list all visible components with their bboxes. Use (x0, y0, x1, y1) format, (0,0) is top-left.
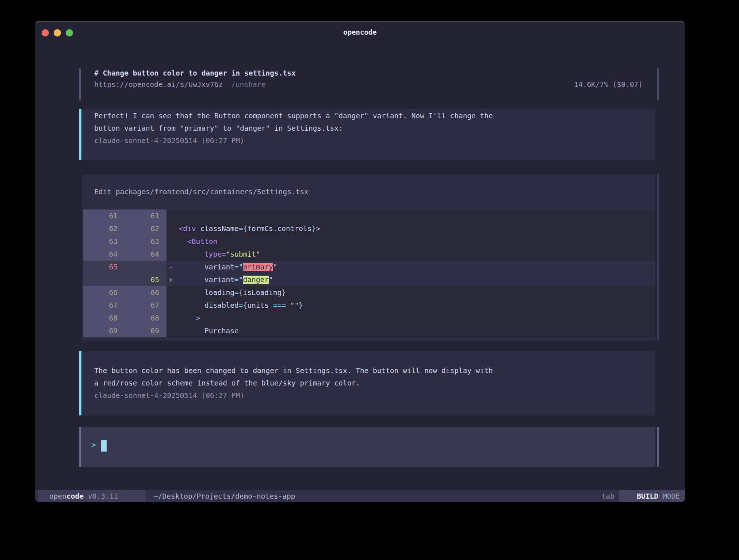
app-window: opencode # Change button color to danger… (35, 21, 685, 502)
diff-row: 6767 disabled={units === ""} (83, 299, 655, 312)
diff-row: 6464 type="submit" (83, 248, 655, 261)
diff-row: 65- variant="primary" (83, 261, 655, 273)
message-accent-bar (79, 351, 81, 415)
window-title: opencode (35, 28, 685, 36)
app-name-open: open (49, 492, 66, 500)
assistant-message: Perfect! I can see that the Button compo… (35, 109, 685, 160)
app-name-code: code (66, 492, 84, 500)
edit-tool-title: Edit packages/frontend/src/containers/Se… (94, 188, 309, 196)
mode-segment: BUILDMODE (619, 490, 685, 502)
context-stats: 14.6K/7% ($0.07) (574, 80, 643, 89)
diff-row: 6666 loading={isLoading} (83, 286, 655, 299)
diff-row: 6969 Purchase (83, 325, 655, 337)
titlebar: opencode (35, 22, 685, 39)
screen: { "window": { "title": "opencode" }, "co… (0, 0, 739, 560)
message-text-line: button variant from "primary" to "danger… (94, 124, 343, 133)
diff-row: 6262 <div className={formCs.controls}> (83, 222, 655, 235)
prompt-symbol: > (91, 441, 96, 449)
working-directory: ~/Desktop/Projects/demo-notes-app (154, 490, 295, 502)
diff-row: 6868 > (83, 312, 655, 325)
share-url-row: https://opencode.ai/s/UwJxv76z/unshare (94, 80, 265, 89)
mode-name: BUILD (637, 492, 658, 500)
unshare-command-hint: /unshare (231, 80, 265, 89)
message-text-line: Perfect! I can see that the Button compo… (94, 112, 493, 120)
prompt-input[interactable]: > (35, 427, 685, 467)
input-background (81, 427, 655, 467)
session-header: # Change button color to danger in setti… (35, 68, 685, 100)
diff-rows: 61616262 <div className={formCs.controls… (83, 210, 655, 337)
diff-row: 6161 (83, 210, 655, 222)
session-title: # Change button color to danger in setti… (94, 69, 296, 77)
diff-row: 6363 <Button (83, 235, 655, 248)
share-url[interactable]: https://opencode.ai/s/UwJxv76z (94, 80, 223, 89)
session-right-border (657, 68, 659, 100)
session-left-border (79, 68, 81, 100)
message-accent-bar (79, 109, 81, 160)
mode-suffix: MODE (663, 492, 680, 500)
input-right-border (657, 427, 659, 467)
assistant-message: The button color has been changed to dan… (35, 351, 685, 415)
message-meta: claude-sonnet-4-20250514 (06:27 PM) (94, 391, 244, 400)
tab-key-hint[interactable]: tab (602, 490, 614, 502)
message-meta: claude-sonnet-4-20250514 (06:27 PM) (94, 137, 244, 145)
text-cursor (101, 440, 107, 452)
diff-row: 65+ variant="danger" (83, 273, 655, 286)
edit-right-border (657, 174, 659, 341)
status-bar: opencodev0.3.11 ~/Desktop/Projects/demo-… (35, 490, 685, 502)
app-version-segment: opencodev0.3.11 (38, 490, 146, 502)
edit-tool-block: Edit packages/frontend/src/containers/Se… (35, 174, 685, 341)
message-text-line: The button color has been changed to dan… (94, 367, 493, 375)
app-version: v0.3.11 (88, 492, 118, 500)
message-text-line: a red/rose color scheme instead of the b… (94, 379, 360, 387)
